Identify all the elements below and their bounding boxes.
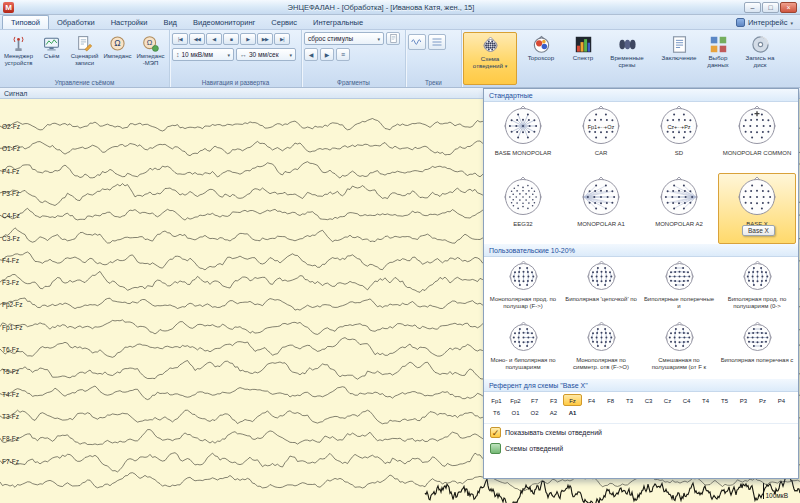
electrode-A2[interactable]: A2 <box>544 406 563 418</box>
custom-schema-0[interactable]: Монополярная прод. по полушар (F->) <box>484 257 562 318</box>
tab-1[interactable]: Обработки <box>49 16 103 29</box>
fragment-list-icon[interactable]: ≡ <box>336 48 350 61</box>
acquisition-button[interactable]: Съём <box>35 32 68 66</box>
schemas-table-icon <box>490 443 501 454</box>
fragment-new-icon[interactable] <box>386 32 400 45</box>
time-slices-button[interactable]: Временные срезы <box>602 32 652 85</box>
stop-button[interactable]: ■ <box>223 33 239 45</box>
chevron-down-icon: ▾ <box>227 52 230 58</box>
custom-schema-4[interactable]: Моно- и биполярная по полушариям <box>484 318 562 379</box>
show-schemas-label: Показывать схемы отведений <box>505 429 602 436</box>
schema-label: EEG32 <box>512 221 533 228</box>
channel-label-F4-Fz: F4-Fz <box>2 256 19 263</box>
electrode-F7[interactable]: F7 <box>525 394 544 406</box>
spectrum-button[interactable]: Спектр <box>565 32 601 85</box>
standard-schema-6[interactable]: MONOPOLAR A2 <box>640 173 718 244</box>
minimize-button[interactable]: – <box>744 2 761 13</box>
electrode-F8[interactable]: F8 <box>601 394 620 406</box>
speed-scale-icon: ↔ <box>240 51 247 58</box>
ribbon-button-label: Импеданс <box>101 53 134 60</box>
data-select-icon <box>709 34 728 54</box>
electrode-O2[interactable]: O2 <box>525 406 544 418</box>
schema-label: Монополярная прод. по полушар (F->) <box>485 296 561 309</box>
step-backward-button[interactable]: ◀ <box>206 33 222 45</box>
maximize-button[interactable]: □ <box>762 2 779 13</box>
electrode-P4[interactable]: P4 <box>772 394 791 406</box>
electrode-Fp1[interactable]: Fp1 <box>487 394 506 406</box>
electrode-P3[interactable]: P3 <box>734 394 753 406</box>
group-tracks-label: Треки <box>406 79 461 86</box>
close-button[interactable]: × <box>780 2 797 13</box>
electrode-T3[interactable]: T3 <box>620 394 639 406</box>
fragment-prev-icon[interactable]: ◀ <box>304 48 318 61</box>
gain-select[interactable]: ↕ 10 мкВ/мм ▾ <box>172 48 234 61</box>
electrode-C4[interactable]: C4 <box>677 394 696 406</box>
to-end-button[interactable]: ▶| <box>274 33 290 45</box>
channel-label-T6-Fz: T6-Fz <box>2 346 19 353</box>
spectrum-icon <box>574 34 593 54</box>
schema-label: MONOPOLAR A1 <box>576 221 626 228</box>
scenario-button[interactable]: Сценарий записи <box>68 32 101 66</box>
channel-label-Fp1-Fz: Fp1-Fz <box>2 323 23 330</box>
electrode-F4[interactable]: F4 <box>582 394 601 406</box>
group-fragments: сброс стимулы ▾ ◀ ▶ ≡ Фрагменты <box>302 30 406 87</box>
electrode-O1[interactable]: O1 <box>506 406 525 418</box>
section-referent-header: Референт для схемы "Base X" <box>484 379 798 392</box>
electrode-T6[interactable]: T6 <box>487 406 506 418</box>
standard-schema-1[interactable]: Fp1+··+OzCAR <box>562 102 640 173</box>
custom-schema-5[interactable]: Монополярная по симметр. отв (F->O) <box>562 318 640 379</box>
tab-4[interactable]: Видеомониторинг <box>185 16 263 29</box>
tracks-settings-icon[interactable] <box>428 34 446 50</box>
standard-schema-4[interactable]: EEG32 <box>484 173 562 244</box>
custom-schema-3[interactable]: Биполярная прод. по полушариям (0-> <box>718 257 796 318</box>
tracks-wave-icon[interactable] <box>408 34 426 50</box>
standard-schema-2[interactable]: Cz+··+PzSD <box>640 102 718 173</box>
tab-0[interactable]: Типовой <box>2 15 49 29</box>
ribbon-button-label: Импеданс -МЭП <box>134 53 167 66</box>
tab-5[interactable]: Сервис <box>263 16 305 29</box>
fragment-next-icon[interactable]: ▶ <box>320 48 334 61</box>
device-manager-button[interactable]: Менеджер устройств <box>2 32 35 66</box>
electrode-Fp2[interactable]: Fp2 <box>506 394 525 406</box>
report-button[interactable]: Заключение <box>661 32 697 85</box>
custom-schema-7[interactable]: Биполярная поперечная с <box>718 318 796 379</box>
electrode-A1[interactable]: A1 <box>563 406 582 418</box>
playback-controls: |◀◀◀◀■▶▶▶▶| <box>172 33 299 45</box>
application-window: M ЭНЦЕФАЛАН - [Обработка] - [Иванова Кат… <box>0 0 800 503</box>
electrode-C3[interactable]: C3 <box>639 394 658 406</box>
fragment-type-select[interactable]: сброс стимулы ▾ <box>304 32 384 45</box>
electrode-T4[interactable]: T4 <box>696 394 715 406</box>
custom-schema-1[interactable]: Биполярная 'цепочкой' по <box>562 257 640 318</box>
tab-2[interactable]: Настройки <box>103 16 156 29</box>
schema-label: Смешанная по полушариям (от F к <box>641 357 717 370</box>
tab-3[interactable]: Вид <box>155 16 185 29</box>
fast-forward-button[interactable]: ▶▶ <box>257 33 273 45</box>
custom-schema-6[interactable]: Смешанная по полушариям (от F к <box>640 318 718 379</box>
show-schemas-checkbox[interactable]: ✓ Показывать схемы отведений <box>484 423 798 441</box>
impedance-button[interactable]: ΩИмпеданс <box>101 32 134 66</box>
standard-schema-5[interactable]: MONOPOLAR A1 <box>562 173 640 244</box>
electrode-Fz[interactable]: Fz <box>563 394 582 406</box>
electrode-T5[interactable]: T5 <box>715 394 734 406</box>
custom-schema-2[interactable]: Биполярные поперечные и <box>640 257 718 318</box>
standard-schema-0[interactable]: BASE MONOPOLAR <box>484 102 562 173</box>
to-start-button[interactable]: |◀ <box>172 33 188 45</box>
lead-schemas-item[interactable]: Схемы отведений <box>484 441 798 456</box>
fast-backward-button[interactable]: ◀◀ <box>189 33 205 45</box>
tab-6[interactable]: Интегральные <box>305 16 371 29</box>
toposcope-button[interactable]: Toposcop <box>518 32 564 85</box>
disk-button[interactable]: Запись на диск <box>739 32 781 85</box>
electrode-Pz[interactable]: Pz <box>753 394 772 406</box>
standard-schema-3[interactable]: MONOPOLAR COMMON <box>718 102 796 173</box>
lead-schema-button[interactable]: Схема отведений ▾ <box>463 32 517 85</box>
data-select-button[interactable]: Выбор данных <box>698 32 738 85</box>
view-button-label: Выбор данных <box>699 55 737 69</box>
interface-menu[interactable]: Интерфейс ▾ <box>736 18 798 29</box>
step-forward-button[interactable]: ▶ <box>240 33 256 45</box>
lead-schemas-label: Схемы отведений <box>505 445 563 452</box>
impedance-mep-button[interactable]: ΩИмпеданс -МЭП <box>134 32 167 66</box>
electrode-Cz[interactable]: Cz <box>658 394 677 406</box>
view-button-label: Toposcop <box>528 55 555 62</box>
speed-select[interactable]: ↔ 30 мм/сек ▾ <box>236 48 296 61</box>
electrode-F3[interactable]: F3 <box>544 394 563 406</box>
